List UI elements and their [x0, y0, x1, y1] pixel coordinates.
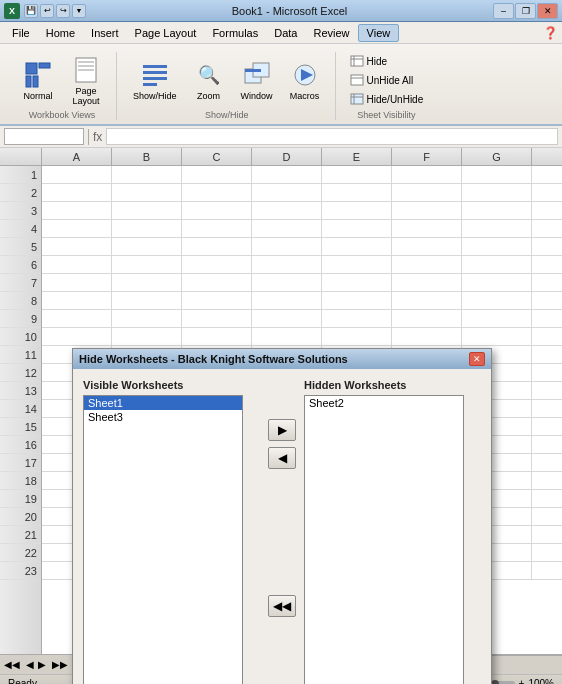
row-num-18[interactable]: 18: [0, 472, 41, 490]
zoom-label: Zoom: [197, 91, 220, 101]
unhide-all-button[interactable]: UnHide All: [346, 71, 428, 89]
normal-view-button[interactable]: Normal: [16, 57, 60, 103]
col-header-c[interactable]: C: [182, 148, 252, 165]
show-hide-group-label: Show/Hide: [127, 108, 327, 120]
window-controls: – ❐ ✕: [493, 3, 558, 19]
menu-review[interactable]: Review: [305, 25, 357, 41]
menu-data[interactable]: Data: [266, 25, 305, 41]
col-header-g[interactable]: G: [462, 148, 532, 165]
list-item-sheet2[interactable]: Sheet2: [305, 396, 463, 410]
row-num-20[interactable]: 20: [0, 508, 41, 526]
list-item-sheet1[interactable]: Sheet1: [84, 396, 242, 410]
quick-redo-btn[interactable]: ↪: [56, 4, 70, 18]
unhide-sheet-button[interactable]: ◀: [268, 447, 296, 469]
row-num-4[interactable]: 4: [0, 220, 41, 238]
show-hide-icon: [139, 59, 171, 91]
sheet-visibility-label: Sheet Visibility: [346, 108, 428, 120]
dialog-columns: Visible Worksheets Sheet1 Sheet3 ▶ ◀ ◀◀: [83, 379, 481, 684]
row-num-12[interactable]: 12: [0, 364, 41, 382]
row-num-23[interactable]: 23: [0, 562, 41, 580]
menu-insert[interactable]: Insert: [83, 25, 127, 41]
row-num-8[interactable]: 8: [0, 292, 41, 310]
row-numbers: 1 2 3 4 5 6 7 8 9 10 11 12 13 14 15 16 1: [0, 166, 42, 654]
zoom-button[interactable]: 🔍 Zoom: [187, 57, 231, 103]
visible-worksheets-list[interactable]: Sheet1 Sheet3: [83, 395, 243, 684]
svg-rect-3: [33, 76, 38, 87]
col-header-f[interactable]: F: [392, 148, 462, 165]
hide-unhide-label: Hide/UnHide: [367, 94, 424, 105]
page-layout-view-button[interactable]: PageLayout: [64, 52, 108, 108]
row-num-7[interactable]: 7: [0, 274, 41, 292]
ribbon: Normal PageLayout Workbook Views: [0, 44, 562, 126]
hidden-worksheets-list[interactable]: Sheet2: [304, 395, 464, 684]
svg-rect-2: [26, 76, 31, 87]
menu-page-layout[interactable]: Page Layout: [127, 25, 205, 41]
macros-button[interactable]: Macros: [283, 57, 327, 103]
menu-file[interactable]: File: [4, 25, 38, 41]
hide-unhide-button[interactable]: Hide/UnHide: [346, 90, 428, 108]
col-header-a[interactable]: A: [42, 148, 112, 165]
row-num-11[interactable]: 11: [0, 346, 41, 364]
quick-undo-btn[interactable]: ↩: [40, 4, 54, 18]
row-num-13[interactable]: 13: [0, 382, 41, 400]
dialog-close-button[interactable]: ✕: [469, 352, 485, 366]
row-num-5[interactable]: 5: [0, 238, 41, 256]
hide-sheet-button[interactable]: ▶: [268, 419, 296, 441]
tab-scroll-left[interactable]: ◀◀: [0, 659, 24, 670]
tab-scroll-left2[interactable]: ◀: [24, 659, 36, 670]
col-header-h[interactable]: H: [532, 148, 562, 165]
row-num-19[interactable]: 19: [0, 490, 41, 508]
tab-scroll-right2[interactable]: ▶▶: [48, 659, 72, 670]
dialog-arrows: ▶ ◀ ◀◀: [268, 379, 296, 617]
formula-input[interactable]: [106, 128, 558, 145]
show-hide-button[interactable]: Show/Hide: [127, 57, 183, 103]
svg-rect-11: [143, 83, 157, 86]
page-layout-view-label: PageLayout: [72, 86, 99, 106]
tab-scroll-right[interactable]: ▶: [36, 659, 48, 670]
menu-home[interactable]: Home: [38, 25, 83, 41]
minimize-button[interactable]: –: [493, 3, 514, 19]
svg-rect-9: [143, 71, 167, 74]
table-row: [42, 202, 562, 220]
row-num-9[interactable]: 9: [0, 310, 41, 328]
hide-button[interactable]: Hide: [346, 52, 428, 70]
table-row: [42, 166, 562, 184]
row-num-1[interactable]: 1: [0, 166, 41, 184]
row-num-16[interactable]: 16: [0, 436, 41, 454]
col-header-e[interactable]: E: [322, 148, 392, 165]
row-num-10[interactable]: 10: [0, 328, 41, 346]
row-num-6[interactable]: 6: [0, 256, 41, 274]
col-header-d[interactable]: D: [252, 148, 322, 165]
table-row: [42, 310, 562, 328]
row-num-22[interactable]: 22: [0, 544, 41, 562]
svg-rect-17: [351, 56, 363, 66]
row-num-21[interactable]: 21: [0, 526, 41, 544]
restore-button[interactable]: ❐: [515, 3, 536, 19]
row-num-14[interactable]: 14: [0, 400, 41, 418]
cell-a1[interactable]: [42, 166, 112, 184]
quick-customize-btn[interactable]: ▼: [72, 4, 86, 18]
close-button[interactable]: ✕: [537, 3, 558, 19]
ribbon-content: Normal PageLayout Workbook Views: [0, 48, 562, 124]
row-num-15[interactable]: 15: [0, 418, 41, 436]
formula-bar: fx: [0, 126, 562, 148]
name-box[interactable]: [4, 128, 84, 145]
help-button[interactable]: ❓: [543, 26, 558, 40]
row-num-17[interactable]: 17: [0, 454, 41, 472]
zoom-in-btn[interactable]: +: [519, 678, 525, 684]
quick-save-btn[interactable]: 💾: [24, 4, 38, 18]
menu-view[interactable]: View: [358, 24, 400, 42]
unhide-all-sheets-button[interactable]: ◀◀: [268, 595, 296, 617]
show-hide-items: Show/Hide 🔍 Zoom Window: [127, 52, 327, 108]
svg-rect-7: [78, 69, 94, 71]
hide-icon: [350, 54, 364, 68]
col-headers: A B C D E F G H: [0, 148, 562, 166]
col-header-b[interactable]: B: [112, 148, 182, 165]
list-item-sheet3[interactable]: Sheet3: [84, 410, 242, 424]
row-num-2[interactable]: 2: [0, 184, 41, 202]
window-button[interactable]: Window: [235, 57, 279, 103]
menu-formulas[interactable]: Formulas: [204, 25, 266, 41]
row-num-3[interactable]: 3: [0, 202, 41, 220]
svg-rect-14: [245, 69, 261, 72]
table-row: [42, 274, 562, 292]
